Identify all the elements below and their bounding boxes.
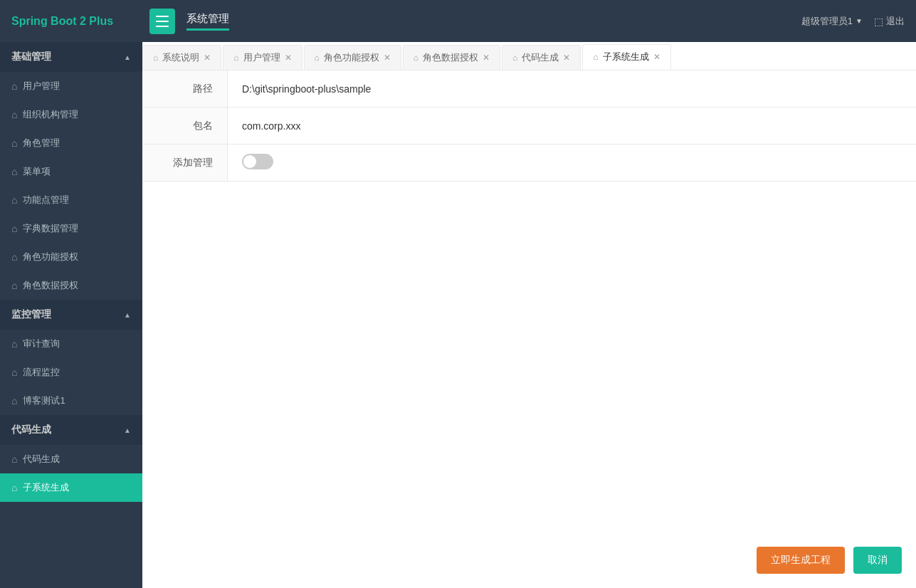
tab-label-3: 角色数据授权 — [423, 51, 478, 64]
sidebar-item-label: 角色数据授权 — [23, 279, 78, 292]
package-label: 包名 — [142, 107, 228, 144]
home-icon-6: ⌂ — [11, 251, 17, 263]
sidebar-item-role-data-auth[interactable]: ⌂ 角色数据授权 — [0, 271, 142, 300]
sidebar-item-user-mgmt[interactable]: ⌂ 用户管理 — [0, 72, 142, 100]
sidebar-item-blog-test[interactable]: ⌂ 博客测试1 — [0, 387, 142, 415]
home-icon-0: ⌂ — [11, 80, 17, 92]
sidebar-item-label: 角色管理 — [23, 137, 60, 149]
add-mgmt-toggle-container — [228, 145, 916, 180]
tab-label-5: 子系统生成 — [603, 51, 649, 63]
sidebar-item-func-mgmt[interactable]: ⌂ 功能点管理 — [0, 186, 142, 214]
home-icon-10: ⌂ — [11, 395, 17, 406]
tabs-bar: ⌂ 系统说明 ✕ ⌂ 用户管理 ✕ ⌂ 角色功能授权 ✕ ⌂ 角色数据授权 ✕ … — [142, 42, 916, 70]
sidebar-group-basic-label: 基础管理 — [11, 51, 51, 63]
home-icon-2: ⌂ — [11, 137, 17, 149]
sidebar-group-codegen[interactable]: 代码生成 ▲ — [0, 415, 142, 445]
toggle-slider — [242, 154, 273, 169]
main-content: ⌂ 系统说明 ✕ ⌂ 用户管理 ✕ ⌂ 角色功能授权 ✕ ⌂ 角色数据授权 ✕ … — [142, 42, 916, 588]
sidebar-item-label: 角色功能授权 — [23, 251, 78, 263]
path-value: D:\git\springboot-plus\sample — [228, 75, 916, 103]
sidebar-item-menu[interactable]: ⌂ 菜单项 — [0, 157, 142, 186]
home-icon-11: ⌂ — [11, 453, 17, 465]
generate-button[interactable]: 立即生成工程 — [757, 547, 845, 574]
add-mgmt-toggle[interactable] — [242, 154, 273, 169]
tab-label-2: 角色功能授权 — [324, 51, 379, 64]
sidebar-group-monitor[interactable]: 监控管理 ▲ — [0, 300, 142, 330]
package-value: com.corp.xxx — [228, 112, 916, 140]
sidebar-group-codegen-label: 代码生成 — [11, 424, 51, 436]
logout-icon: ⬚ — [874, 16, 883, 27]
tab-codegen[interactable]: ⌂ 代码生成 ✕ — [502, 45, 581, 70]
tab-icon-1: ⌂ — [233, 53, 238, 63]
tab-icon-4: ⌂ — [512, 53, 517, 63]
sidebar-item-label: 子系统生成 — [23, 481, 69, 494]
path-label: 路径 — [142, 70, 228, 107]
form-row-path: 路径 D:\git\springboot-plus\sample — [142, 70, 916, 107]
tab-close-0[interactable]: ✕ — [204, 53, 211, 62]
form-row-add-mgmt: 添加管理 — [142, 145, 916, 182]
sidebar-item-role-func-auth[interactable]: ⌂ 角色功能授权 — [0, 243, 142, 271]
nav-title: 系统管理 — [186, 12, 229, 31]
header: Spring Boot 2 Plus 系统管理 超级管理员1 ▼ ⬚ 退出 — [0, 0, 916, 42]
sidebar-item-role-mgmt[interactable]: ⌂ 角色管理 — [0, 129, 142, 157]
tab-label-0: 系统说明 — [162, 51, 199, 64]
sidebar-item-audit[interactable]: ⌂ 审计查询 — [0, 330, 142, 358]
tab-close-2[interactable]: ✕ — [384, 53, 391, 62]
sidebar-item-dict-mgmt[interactable]: ⌂ 字典数据管理 — [0, 214, 142, 243]
sidebar: 基础管理 ▲ ⌂ 用户管理 ⌂ 组织机构管理 ⌂ 角色管理 ⌂ 菜单项 ⌂ 功能… — [0, 42, 142, 588]
tab-close-5[interactable]: ✕ — [653, 53, 660, 61]
tab-close-1[interactable]: ✕ — [285, 53, 292, 62]
app-logo: Spring Boot 2 Plus — [11, 15, 149, 28]
home-icon-4: ⌂ — [11, 194, 17, 206]
sidebar-item-label: 字典数据管理 — [23, 222, 78, 235]
layout: 基础管理 ▲ ⌂ 用户管理 ⌂ 组织机构管理 ⌂ 角色管理 ⌂ 菜单项 ⌂ 功能… — [0, 42, 916, 588]
tab-icon-3: ⌂ — [414, 53, 418, 63]
user-name: 超级管理员1 — [801, 15, 853, 28]
user-info[interactable]: 超级管理员1 ▼ — [801, 15, 863, 28]
form-section: 路径 D:\git\springboot-plus\sample 包名 com.… — [142, 70, 916, 182]
home-icon-5: ⌂ — [11, 223, 17, 234]
footer-actions: 立即生成工程 取消 — [757, 547, 902, 574]
tab-close-3[interactable]: ✕ — [483, 53, 490, 62]
tab-subsystem-gen[interactable]: ⌂ 子系统生成 ✕ — [582, 44, 670, 70]
sidebar-item-label: 组织机构管理 — [23, 108, 78, 121]
sidebar-item-label: 功能点管理 — [23, 194, 69, 206]
header-right: 超级管理员1 ▼ ⬚ 退出 — [801, 15, 905, 28]
add-mgmt-label: 添加管理 — [142, 145, 228, 181]
sidebar-item-subsystem-gen[interactable]: ⌂ 子系统生成 — [0, 473, 142, 502]
content-area: 路径 D:\git\springboot-plus\sample 包名 com.… — [142, 70, 916, 588]
home-icon-1: ⌂ — [11, 109, 17, 120]
tab-icon-2: ⌂ — [315, 53, 320, 63]
home-icon-9: ⌂ — [11, 367, 17, 378]
sidebar-item-label: 菜单项 — [23, 165, 51, 178]
home-icon-7: ⌂ — [11, 280, 17, 291]
tab-system-intro[interactable]: ⌂ 系统说明 ✕ — [142, 45, 221, 70]
home-icon-12: ⌂ — [11, 482, 17, 493]
sidebar-item-process-monitor[interactable]: ⌂ 流程监控 — [0, 358, 142, 387]
sidebar-item-label: 博客测试1 — [23, 394, 65, 407]
home-icon-3: ⌂ — [11, 166, 17, 177]
sidebar-item-label: 用户管理 — [23, 80, 60, 93]
sidebar-group-basic-arrow: ▲ — [124, 53, 131, 61]
user-dropdown-icon: ▼ — [856, 17, 863, 25]
sidebar-item-label: 代码生成 — [23, 453, 60, 466]
tab-icon-0: ⌂ — [153, 53, 158, 63]
sidebar-item-label: 审计查询 — [23, 337, 60, 350]
tab-label-4: 代码生成 — [522, 51, 559, 64]
form-row-package: 包名 com.corp.xxx — [142, 107, 916, 145]
tab-user-mgmt[interactable]: ⌂ 用户管理 ✕ — [223, 45, 302, 70]
logout-button[interactable]: ⬚ 退出 — [874, 15, 905, 28]
home-icon-8: ⌂ — [11, 338, 17, 350]
sidebar-item-codegen[interactable]: ⌂ 代码生成 — [0, 445, 142, 473]
tab-icon-5: ⌂ — [593, 52, 598, 62]
menu-toggle-button[interactable] — [149, 9, 175, 34]
tab-role-func-auth[interactable]: ⌂ 角色功能授权 ✕ — [304, 45, 401, 70]
sidebar-group-monitor-label: 监控管理 — [11, 308, 51, 321]
tab-close-4[interactable]: ✕ — [563, 53, 570, 62]
tab-role-data-auth[interactable]: ⌂ 角色数据授权 ✕ — [403, 45, 500, 70]
sidebar-group-codegen-arrow: ▲ — [124, 426, 131, 434]
logout-label: 退出 — [886, 15, 905, 28]
sidebar-group-basic[interactable]: 基础管理 ▲ — [0, 42, 142, 72]
cancel-button[interactable]: 取消 — [853, 547, 902, 574]
sidebar-item-org-mgmt[interactable]: ⌂ 组织机构管理 — [0, 100, 142, 129]
